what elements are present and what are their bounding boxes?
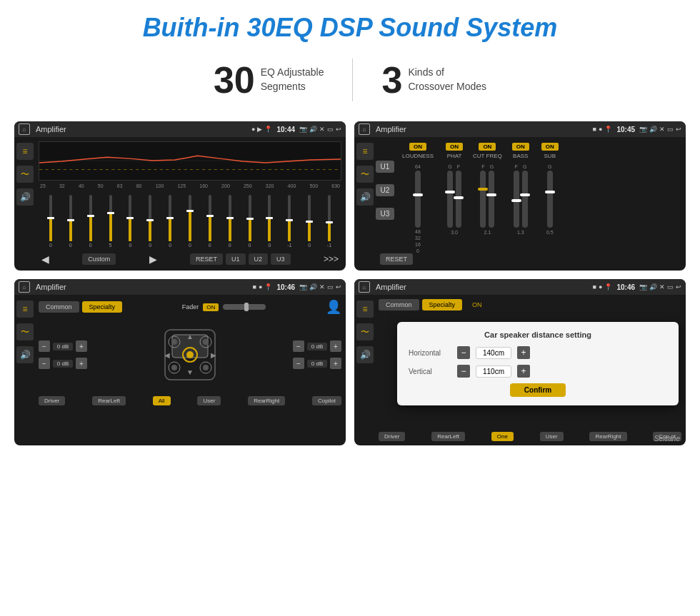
dot-icon-s3: ● bbox=[259, 283, 262, 291]
eq-slider-4[interactable]: 5 bbox=[101, 195, 120, 248]
eq-slider-13[interactable]: -1 bbox=[280, 195, 299, 248]
rearright-btn-s3[interactable]: RearRight bbox=[248, 396, 285, 405]
horizontal-plus-btn[interactable]: + bbox=[517, 346, 530, 359]
rearright-btn-s4[interactable]: RearRight bbox=[589, 432, 626, 441]
all-btn-s3[interactable]: All bbox=[153, 396, 171, 405]
user-btn-s3[interactable]: User bbox=[197, 396, 221, 405]
side-eq-icon-s3[interactable]: ≡ bbox=[16, 301, 34, 318]
home-icon-s3[interactable]: ⌂ bbox=[19, 281, 30, 293]
eq-slider-6[interactable]: 0 bbox=[141, 195, 159, 248]
driver-btn-s4[interactable]: Driver bbox=[379, 432, 405, 441]
dot-icon-s2: ● bbox=[599, 126, 602, 133]
eq-slider-12[interactable]: 0 bbox=[260, 195, 279, 248]
db-row-2: − 0 dB + bbox=[39, 358, 87, 369]
rearleft-btn-s3[interactable]: RearLeft bbox=[92, 396, 126, 405]
side-vol-icon-s3[interactable]: 🔊 bbox=[16, 346, 34, 363]
reset-button-s1[interactable]: RESET bbox=[190, 253, 223, 265]
one-btn-s4[interactable]: One bbox=[491, 432, 514, 441]
driver-btn-s3[interactable]: Driver bbox=[39, 396, 65, 405]
chevron-right-icon[interactable]: >>> bbox=[324, 254, 339, 264]
cutfreq-slider-g[interactable] bbox=[489, 171, 494, 228]
u2-button-s1[interactable]: U2 bbox=[249, 253, 269, 265]
side-vol-icon-s4[interactable]: 🔊 bbox=[356, 346, 374, 363]
home-icon-s4[interactable]: ⌂ bbox=[359, 281, 370, 293]
db-plus-4[interactable]: + bbox=[330, 358, 341, 369]
eq-next[interactable]: ▶ bbox=[149, 253, 157, 265]
eq-freq-labels: 25 32 40 50 63 80 100 125 160 200 250 32… bbox=[39, 183, 341, 188]
home-icon-s2[interactable]: ⌂ bbox=[359, 123, 370, 135]
side-wave-icon-s4[interactable]: 〜 bbox=[356, 323, 374, 340]
side-vol-icon-s2[interactable]: 🔊 bbox=[356, 188, 374, 206]
db-minus-2[interactable]: − bbox=[39, 358, 50, 369]
side-eq-icon-s4[interactable]: ≡ bbox=[356, 301, 374, 318]
eq-slider-11[interactable]: 0 bbox=[241, 195, 259, 248]
close-icon-s2: ✕ bbox=[659, 126, 665, 133]
u2-btn-s2[interactable]: U2 bbox=[376, 184, 394, 196]
volume-icon-s4: 🔊 bbox=[649, 283, 657, 291]
side-eq-icon-s2[interactable]: ≡ bbox=[356, 143, 374, 160]
u3-button-s1[interactable]: U3 bbox=[271, 253, 291, 265]
vertical-plus-btn[interactable]: + bbox=[517, 365, 530, 378]
screen2-crossover: ⌂ Amplifier ■ ● 📍 10:45 📷 🔊 ✕ ▭ ↩ ≡ 〜 🔊 … bbox=[354, 121, 686, 271]
loudness-slider[interactable] bbox=[415, 171, 421, 228]
db-minus-1[interactable]: − bbox=[39, 340, 50, 352]
screen3-statusbar: ⌂ Amplifier ■ ● 📍 10:46 📷 🔊 ✕ ▭ ↩ bbox=[14, 279, 346, 295]
svg-text:◀: ◀ bbox=[164, 351, 170, 359]
u3-btn-s2[interactable]: U3 bbox=[376, 208, 394, 220]
fader-on-btn[interactable]: ON bbox=[203, 303, 219, 311]
camera-icon-s3: 📷 bbox=[299, 283, 307, 291]
eq-slider-5[interactable]: 0 bbox=[121, 195, 139, 248]
phat-slider-g[interactable] bbox=[447, 171, 453, 228]
u1-btn-s2[interactable]: U1 bbox=[376, 161, 394, 173]
common-tab-s4[interactable]: Common bbox=[379, 299, 419, 310]
sub-slider[interactable] bbox=[547, 171, 553, 228]
db-plus-2[interactable]: + bbox=[76, 358, 87, 369]
horizontal-minus-btn[interactable]: − bbox=[457, 346, 470, 359]
eq-slider-1[interactable]: 0 bbox=[41, 195, 60, 248]
db-plus-3[interactable]: + bbox=[330, 340, 341, 352]
phat-on-btn[interactable]: ON bbox=[446, 143, 463, 151]
home-icon[interactable]: ⌂ bbox=[19, 123, 30, 135]
side-wave-icon[interactable]: 〜 bbox=[16, 166, 34, 183]
side-vol-icon[interactable]: 🔊 bbox=[16, 188, 34, 206]
record-icon: ● bbox=[251, 126, 255, 133]
db-minus-4[interactable]: − bbox=[293, 358, 304, 369]
eq-slider-9[interactable]: 0 bbox=[201, 195, 219, 248]
reset-btn-s2[interactable]: RESET bbox=[380, 253, 413, 265]
eq-prev[interactable]: ◀ bbox=[41, 253, 49, 265]
specialty-tab-s3[interactable]: Specialty bbox=[82, 301, 123, 313]
u1-button-s1[interactable]: U1 bbox=[226, 253, 246, 265]
copilot-btn-s3[interactable]: Copilot bbox=[312, 396, 341, 405]
rearleft-btn-s4[interactable]: RearLeft bbox=[431, 432, 465, 441]
cutfreq-slider-f[interactable] bbox=[480, 171, 486, 228]
fader-track[interactable] bbox=[223, 304, 266, 310]
screen4-status-icons: ■ ● 📍 10:46 📷 🔊 ✕ ▭ ↩ bbox=[593, 283, 681, 291]
eq-slider-3[interactable]: 0 bbox=[81, 195, 100, 248]
freq-125: 125 bbox=[177, 183, 186, 188]
fader-thumb[interactable] bbox=[244, 303, 249, 311]
side-wave-icon-s3[interactable]: 〜 bbox=[16, 323, 34, 340]
db-minus-3[interactable]: − bbox=[293, 340, 304, 352]
eq-slider-15[interactable]: -1 bbox=[320, 195, 339, 248]
bass-on-btn[interactable]: ON bbox=[512, 143, 529, 151]
eq-slider-8[interactable]: 0 bbox=[181, 195, 199, 248]
sub-on-btn[interactable]: ON bbox=[541, 143, 559, 151]
common-tab-s3[interactable]: Common bbox=[39, 301, 79, 313]
side-wave-icon-s2[interactable]: 〜 bbox=[356, 166, 374, 183]
cutfreq-on-btn[interactable]: ON bbox=[479, 143, 496, 151]
eq-slider-10[interactable]: 0 bbox=[221, 195, 239, 248]
phat-slider-f[interactable] bbox=[456, 171, 461, 228]
bass-slider-g[interactable] bbox=[522, 171, 528, 228]
vertical-minus-btn[interactable]: − bbox=[457, 365, 470, 378]
db-plus-1[interactable]: + bbox=[76, 340, 87, 352]
eq-slider-7[interactable]: 0 bbox=[161, 195, 179, 248]
side-eq-icon[interactable]: ≡ bbox=[16, 143, 34, 160]
bass-slider-f[interactable] bbox=[514, 171, 519, 228]
eq-slider-2[interactable]: 0 bbox=[61, 195, 80, 248]
loudness-on-btn[interactable]: ON bbox=[409, 143, 426, 151]
specialty-tab-s4[interactable]: Specialty bbox=[422, 299, 463, 310]
confirm-button[interactable]: Confirm bbox=[510, 383, 566, 397]
eq-slider-14[interactable]: 0 bbox=[300, 195, 319, 248]
user-btn-s4[interactable]: User bbox=[540, 432, 564, 441]
dialog-title: Car speaker distance setting bbox=[409, 330, 667, 339]
